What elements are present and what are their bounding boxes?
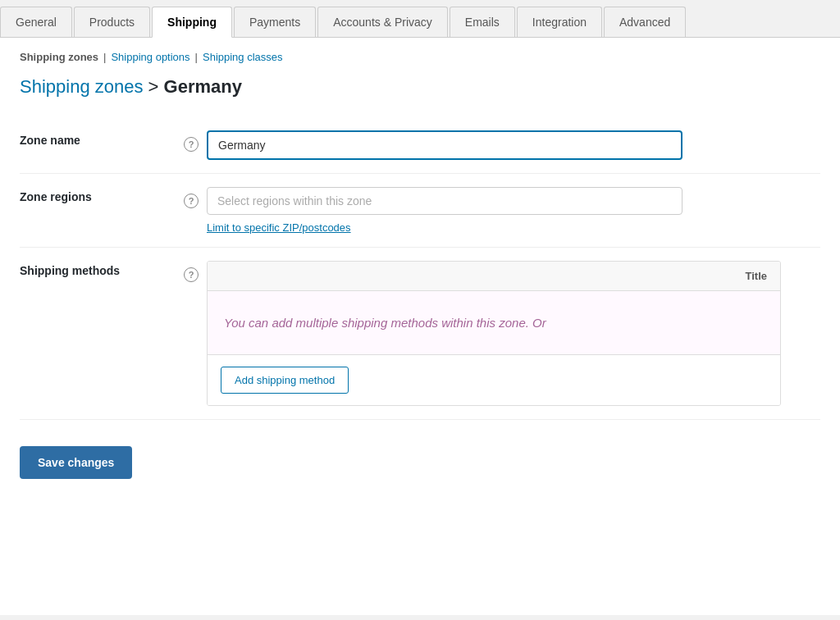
tab-shipping[interactable]: Shipping: [152, 7, 232, 38]
breadcrumb-link[interactable]: Shipping zones: [20, 76, 143, 97]
subnav-options-link[interactable]: Shipping options: [111, 51, 189, 63]
subnav-classes-link[interactable]: Shipping classes: [203, 51, 283, 63]
zone-name-label: Zone name: [20, 117, 184, 174]
tab-accounts-privacy[interactable]: Accounts & Privacy: [317, 7, 448, 37]
zone-name-row: Zone name ?: [20, 117, 820, 174]
zone-name-field-row: ?: [184, 130, 820, 160]
zone-name-cell: ?: [184, 117, 820, 174]
tab-emails[interactable]: Emails: [450, 7, 515, 37]
shipping-methods-footer: Add shipping method: [208, 354, 780, 405]
shipping-methods-header: Title: [208, 262, 780, 291]
tab-advanced[interactable]: Advanced: [604, 7, 686, 37]
shipping-methods-field-row: ? Title You can add multiple shipping me…: [184, 261, 820, 406]
zone-name-help-icon[interactable]: ?: [184, 137, 199, 152]
shipping-methods-box: Title You can add multiple shipping meth…: [207, 261, 781, 406]
zone-name-input[interactable]: [207, 130, 682, 160]
zone-regions-label: Zone regions: [20, 174, 184, 248]
subnav-sep2: |: [195, 51, 198, 63]
zone-regions-row: Zone regions ? Limit to specific ZIP/pos…: [20, 174, 820, 248]
page-title: Shipping zones > Germany: [20, 76, 820, 98]
shipping-methods-cell: ? Title You can add multiple shipping me…: [184, 248, 820, 420]
limit-to-zip-link[interactable]: Limit to specific ZIP/postcodes: [207, 221, 682, 234]
breadcrumb-separator: >: [143, 76, 163, 97]
tab-general[interactable]: General: [0, 7, 72, 37]
shipping-methods-label: Shipping methods: [20, 248, 184, 420]
tab-payments[interactable]: Payments: [234, 7, 316, 37]
shipping-methods-empty-text: You can add multiple shipping methods wi…: [208, 291, 780, 354]
breadcrumb-current: Germany: [164, 76, 242, 97]
content-area: Shipping zones | Shipping options | Ship…: [0, 38, 840, 615]
shipping-methods-help-icon[interactable]: ?: [184, 267, 199, 282]
form-table: Zone name ? Zone regions ? Limi: [20, 117, 820, 420]
tab-products[interactable]: Products: [74, 7, 150, 37]
subnav-zones: Shipping zones: [20, 51, 98, 63]
zone-regions-input[interactable]: [207, 187, 682, 215]
tab-integration[interactable]: Integration: [517, 7, 602, 37]
subnav-sep1: |: [103, 51, 106, 63]
zone-regions-field-row: ? Limit to specific ZIP/postcodes: [184, 187, 820, 234]
subnav: Shipping zones | Shipping options | Ship…: [20, 51, 820, 63]
zone-regions-help-icon[interactable]: ?: [184, 194, 199, 208]
zone-regions-input-wrapper: Limit to specific ZIP/postcodes: [207, 187, 682, 234]
tabs-bar: General Products Shipping Payments Accou…: [0, 0, 840, 38]
save-changes-button[interactable]: Save changes: [20, 446, 132, 479]
add-shipping-method-button[interactable]: Add shipping method: [221, 367, 349, 394]
zone-regions-cell: ? Limit to specific ZIP/postcodes: [184, 174, 820, 248]
shipping-methods-row: Shipping methods ? Title You can add mul…: [20, 248, 820, 420]
